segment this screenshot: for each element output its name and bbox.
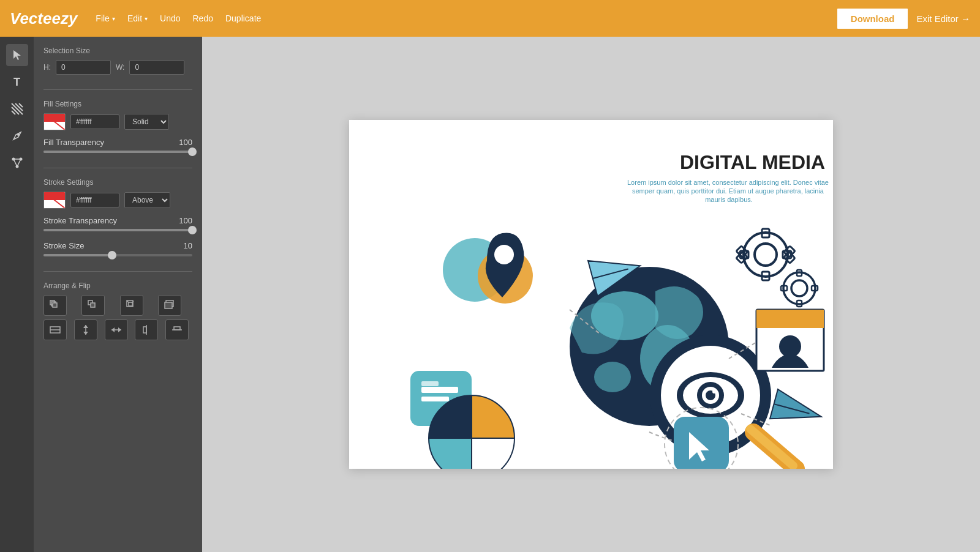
header: Vecteezy File ▾ Edit ▾ Undo Redo Duplica… xyxy=(0,0,980,37)
nav-duplicate[interactable]: Duplicate xyxy=(225,13,261,23)
nav-redo[interactable]: Redo xyxy=(193,13,213,23)
arrange-grid-2 xyxy=(43,319,192,340)
fill-slider-fill xyxy=(43,151,192,153)
fill-transparency-row: Fill Transparency 100 xyxy=(43,138,192,147)
align-btn-2[interactable] xyxy=(74,319,97,340)
svg-marker-33 xyxy=(118,327,121,332)
svg-point-48 xyxy=(712,390,716,393)
stroke-swatch-diag xyxy=(44,192,65,208)
stroke-size-slider[interactable] xyxy=(43,254,192,256)
fill-settings-section: Fill Settings Solid Linear Radial None xyxy=(43,100,192,153)
svg-rect-25 xyxy=(165,302,172,308)
stroke-size-value: 10 xyxy=(184,241,192,250)
stroke-size-row: Stroke Size 10 xyxy=(43,241,192,250)
header-right: Download Exit Editor → xyxy=(836,7,970,30)
hatch-tool[interactable] xyxy=(6,98,28,120)
svg-marker-30 xyxy=(83,332,88,335)
svg-point-71 xyxy=(791,280,807,296)
divider-1 xyxy=(43,89,192,90)
node-tool[interactable] xyxy=(6,152,28,174)
fill-slider-thumb[interactable] xyxy=(188,147,197,156)
canvas-area: DIGITAL MEDIA Lorem ipsum dolor sit amet… xyxy=(202,37,980,552)
fill-transparency-slider[interactable] xyxy=(43,151,192,153)
fill-transparency-value: 100 xyxy=(179,138,192,147)
svg-line-2 xyxy=(12,107,19,114)
arrange-btn-2[interactable] xyxy=(81,295,105,316)
pen-tool[interactable] xyxy=(6,125,28,147)
stroke-size-fill xyxy=(43,254,112,256)
svg-line-3 xyxy=(15,103,23,111)
stroke-hex-input[interactable] xyxy=(70,193,119,207)
h-label: H: xyxy=(43,63,51,72)
stroke-type-select[interactable]: Above Below Center xyxy=(124,192,170,208)
height-input[interactable] xyxy=(56,60,111,75)
svg-rect-17 xyxy=(53,303,57,307)
arrange-btn-4[interactable] xyxy=(158,295,181,316)
text-tool[interactable]: T xyxy=(6,71,28,93)
svg-line-5 xyxy=(19,103,23,107)
divider-3 xyxy=(43,271,192,272)
nav-file[interactable]: File ▾ xyxy=(96,13,115,23)
fill-color-swatch[interactable] xyxy=(43,113,66,130)
canvas-title: DIGITAL MEDIA xyxy=(680,151,825,173)
fill-type-select[interactable]: Solid Linear Radial None xyxy=(124,114,169,130)
align-btn-4[interactable] xyxy=(135,319,158,340)
arrange-section: Arrange & Flip xyxy=(43,282,192,340)
main-layout: T xyxy=(0,37,980,552)
svg-marker-0 xyxy=(13,50,21,60)
svg-marker-29 xyxy=(83,325,88,328)
svg-rect-19 xyxy=(91,303,95,307)
svg-line-14 xyxy=(44,192,64,208)
arrange-label: Arrange & Flip xyxy=(43,282,192,290)
stroke-size-slider-track xyxy=(43,254,192,256)
stroke-size-thumb[interactable] xyxy=(108,251,116,259)
stroke-transparency-label: Stroke Transparency xyxy=(43,216,117,225)
properties-panel: Selection Size H: W: Fill Settings xyxy=(34,37,202,552)
edit-arrow: ▾ xyxy=(145,15,148,22)
fill-settings-label: Fill Settings xyxy=(43,100,192,108)
stroke-slider-thumb[interactable] xyxy=(188,226,197,234)
fill-transparency-label: Fill Transparency xyxy=(43,138,104,147)
svg-point-6 xyxy=(17,133,20,136)
svg-rect-82 xyxy=(421,381,439,386)
divider-2 xyxy=(43,168,192,168)
stroke-color-swatch[interactable] xyxy=(43,192,66,209)
arrange-btn-1[interactable] xyxy=(43,295,67,316)
w-label: W: xyxy=(116,63,124,72)
file-arrow: ▾ xyxy=(112,15,115,22)
svg-rect-37 xyxy=(174,327,180,330)
svg-point-60 xyxy=(744,233,788,277)
download-button[interactable]: Download xyxy=(836,7,910,30)
svg-point-53 xyxy=(494,245,514,264)
stroke-transparency-slider[interactable] xyxy=(43,229,192,231)
align-btn-1[interactable] xyxy=(43,319,67,340)
cursor-tool[interactable] xyxy=(6,44,28,66)
align-btn-5[interactable] xyxy=(165,319,189,340)
svg-line-13 xyxy=(44,114,64,130)
svg-point-41 xyxy=(594,362,631,392)
arrange-btn-3[interactable] xyxy=(120,295,143,316)
stroke-size-label: Stroke Size xyxy=(43,241,84,250)
stroke-settings-section: Stroke Settings Above Below Center Str xyxy=(43,178,192,256)
svg-rect-77 xyxy=(756,310,824,328)
nav-undo[interactable]: Undo xyxy=(160,13,180,23)
fill-slider-track xyxy=(43,151,192,153)
stroke-transparency-row: Stroke Transparency 100 xyxy=(43,216,192,225)
toolbar: T xyxy=(0,37,34,552)
svg-rect-83 xyxy=(674,417,729,469)
fill-row: Solid Linear Radial None xyxy=(43,113,192,130)
width-input[interactable] xyxy=(129,60,184,75)
stroke-settings-label: Stroke Settings xyxy=(43,178,192,187)
canvas-frame[interactable]: DIGITAL MEDIA Lorem ipsum dolor sit amet… xyxy=(349,120,833,469)
svg-point-70 xyxy=(783,272,815,304)
svg-rect-81 xyxy=(421,397,449,401)
svg-rect-80 xyxy=(421,387,458,393)
nav-edit[interactable]: Edit ▾ xyxy=(127,13,148,23)
selection-size-section: Selection Size H: W: xyxy=(43,47,192,75)
canvas-svg: DIGITAL MEDIA Lorem ipsum dolor sit amet… xyxy=(349,120,833,469)
svg-marker-32 xyxy=(111,327,115,332)
svg-point-61 xyxy=(755,244,777,266)
fill-hex-input[interactable] xyxy=(70,114,119,129)
exit-editor-button[interactable]: Exit Editor → xyxy=(916,13,970,24)
align-btn-3[interactable] xyxy=(105,319,128,340)
